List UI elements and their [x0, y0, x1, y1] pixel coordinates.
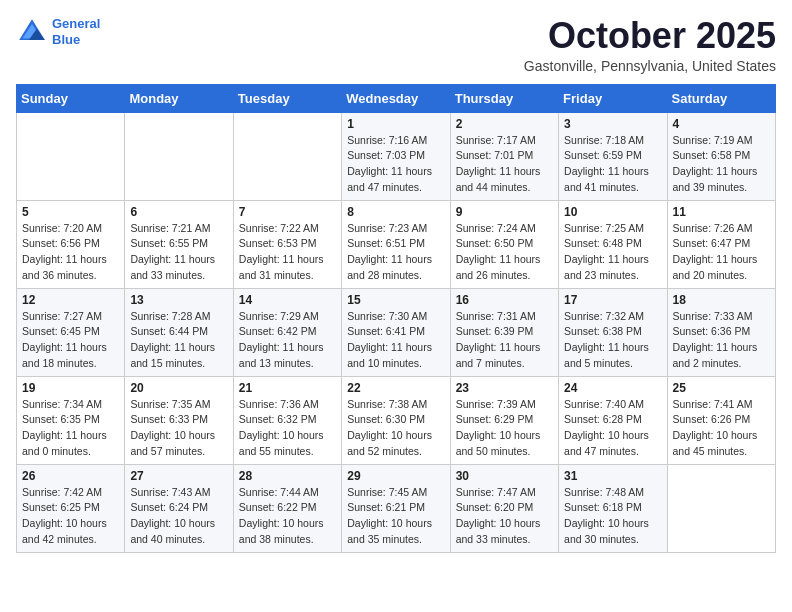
day-info: Sunrise: 7:23 AMSunset: 6:51 PMDaylight:… [347, 221, 444, 284]
calendar-cell-w1-d2 [233, 112, 341, 200]
calendar-cell-w2-d0: 5Sunrise: 7:20 AMSunset: 6:56 PMDaylight… [17, 200, 125, 288]
header-monday: Monday [125, 84, 233, 112]
header-saturday: Saturday [667, 84, 775, 112]
day-info: Sunrise: 7:26 AMSunset: 6:47 PMDaylight:… [673, 221, 770, 284]
day-number: 20 [130, 381, 227, 395]
day-number: 14 [239, 293, 336, 307]
day-number: 6 [130, 205, 227, 219]
day-number: 18 [673, 293, 770, 307]
day-info: Sunrise: 7:20 AMSunset: 6:56 PMDaylight:… [22, 221, 119, 284]
day-info: Sunrise: 7:34 AMSunset: 6:35 PMDaylight:… [22, 397, 119, 460]
logo-text: General Blue [52, 16, 100, 47]
day-info: Sunrise: 7:43 AMSunset: 6:24 PMDaylight:… [130, 485, 227, 548]
day-number: 5 [22, 205, 119, 219]
calendar-cell-w1-d6: 4Sunrise: 7:19 AMSunset: 6:58 PMDaylight… [667, 112, 775, 200]
calendar-cell-w4-d3: 22Sunrise: 7:38 AMSunset: 6:30 PMDayligh… [342, 376, 450, 464]
header-row: Sunday Monday Tuesday Wednesday Thursday… [17, 84, 776, 112]
day-number: 24 [564, 381, 661, 395]
calendar-cell-w3-d0: 12Sunrise: 7:27 AMSunset: 6:45 PMDayligh… [17, 288, 125, 376]
day-info: Sunrise: 7:32 AMSunset: 6:38 PMDaylight:… [564, 309, 661, 372]
day-info: Sunrise: 7:36 AMSunset: 6:32 PMDaylight:… [239, 397, 336, 460]
calendar-cell-w4-d6: 25Sunrise: 7:41 AMSunset: 6:26 PMDayligh… [667, 376, 775, 464]
logo-icon [16, 16, 48, 48]
calendar-cell-w4-d0: 19Sunrise: 7:34 AMSunset: 6:35 PMDayligh… [17, 376, 125, 464]
day-number: 23 [456, 381, 553, 395]
day-number: 17 [564, 293, 661, 307]
day-number: 3 [564, 117, 661, 131]
day-number: 30 [456, 469, 553, 483]
day-info: Sunrise: 7:45 AMSunset: 6:21 PMDaylight:… [347, 485, 444, 548]
day-info: Sunrise: 7:22 AMSunset: 6:53 PMDaylight:… [239, 221, 336, 284]
calendar-header: Sunday Monday Tuesday Wednesday Thursday… [17, 84, 776, 112]
day-info: Sunrise: 7:28 AMSunset: 6:44 PMDaylight:… [130, 309, 227, 372]
calendar-cell-w1-d4: 2Sunrise: 7:17 AMSunset: 7:01 PMDaylight… [450, 112, 558, 200]
day-number: 29 [347, 469, 444, 483]
header-wednesday: Wednesday [342, 84, 450, 112]
calendar-cell-w5-d3: 29Sunrise: 7:45 AMSunset: 6:21 PMDayligh… [342, 464, 450, 552]
logo-line2: Blue [52, 32, 80, 47]
day-number: 9 [456, 205, 553, 219]
calendar-week-3: 12Sunrise: 7:27 AMSunset: 6:45 PMDayligh… [17, 288, 776, 376]
day-number: 7 [239, 205, 336, 219]
calendar-cell-w4-d2: 21Sunrise: 7:36 AMSunset: 6:32 PMDayligh… [233, 376, 341, 464]
location: Gastonville, Pennsylvania, United States [524, 58, 776, 74]
logo-line1: General [52, 16, 100, 31]
calendar-week-5: 26Sunrise: 7:42 AMSunset: 6:25 PMDayligh… [17, 464, 776, 552]
calendar-body: 1Sunrise: 7:16 AMSunset: 7:03 PMDaylight… [17, 112, 776, 552]
day-number: 11 [673, 205, 770, 219]
day-number: 15 [347, 293, 444, 307]
day-info: Sunrise: 7:40 AMSunset: 6:28 PMDaylight:… [564, 397, 661, 460]
day-number: 13 [130, 293, 227, 307]
calendar-cell-w5-d2: 28Sunrise: 7:44 AMSunset: 6:22 PMDayligh… [233, 464, 341, 552]
day-info: Sunrise: 7:17 AMSunset: 7:01 PMDaylight:… [456, 133, 553, 196]
calendar-cell-w1-d5: 3Sunrise: 7:18 AMSunset: 6:59 PMDaylight… [559, 112, 667, 200]
calendar-cell-w5-d0: 26Sunrise: 7:42 AMSunset: 6:25 PMDayligh… [17, 464, 125, 552]
calendar-week-2: 5Sunrise: 7:20 AMSunset: 6:56 PMDaylight… [17, 200, 776, 288]
calendar-cell-w2-d3: 8Sunrise: 7:23 AMSunset: 6:51 PMDaylight… [342, 200, 450, 288]
day-info: Sunrise: 7:19 AMSunset: 6:58 PMDaylight:… [673, 133, 770, 196]
day-info: Sunrise: 7:16 AMSunset: 7:03 PMDaylight:… [347, 133, 444, 196]
calendar-week-4: 19Sunrise: 7:34 AMSunset: 6:35 PMDayligh… [17, 376, 776, 464]
day-info: Sunrise: 7:35 AMSunset: 6:33 PMDaylight:… [130, 397, 227, 460]
day-number: 10 [564, 205, 661, 219]
day-number: 31 [564, 469, 661, 483]
calendar-cell-w2-d1: 6Sunrise: 7:21 AMSunset: 6:55 PMDaylight… [125, 200, 233, 288]
calendar-cell-w4-d5: 24Sunrise: 7:40 AMSunset: 6:28 PMDayligh… [559, 376, 667, 464]
day-number: 16 [456, 293, 553, 307]
day-info: Sunrise: 7:38 AMSunset: 6:30 PMDaylight:… [347, 397, 444, 460]
day-number: 19 [22, 381, 119, 395]
day-number: 21 [239, 381, 336, 395]
calendar-cell-w2-d4: 9Sunrise: 7:24 AMSunset: 6:50 PMDaylight… [450, 200, 558, 288]
calendar-cell-w5-d1: 27Sunrise: 7:43 AMSunset: 6:24 PMDayligh… [125, 464, 233, 552]
calendar-cell-w1-d3: 1Sunrise: 7:16 AMSunset: 7:03 PMDaylight… [342, 112, 450, 200]
day-number: 12 [22, 293, 119, 307]
day-info: Sunrise: 7:39 AMSunset: 6:29 PMDaylight:… [456, 397, 553, 460]
calendar-cell-w4-d1: 20Sunrise: 7:35 AMSunset: 6:33 PMDayligh… [125, 376, 233, 464]
day-info: Sunrise: 7:27 AMSunset: 6:45 PMDaylight:… [22, 309, 119, 372]
calendar-week-1: 1Sunrise: 7:16 AMSunset: 7:03 PMDaylight… [17, 112, 776, 200]
day-number: 4 [673, 117, 770, 131]
day-number: 8 [347, 205, 444, 219]
day-number: 1 [347, 117, 444, 131]
day-number: 28 [239, 469, 336, 483]
day-info: Sunrise: 7:44 AMSunset: 6:22 PMDaylight:… [239, 485, 336, 548]
day-info: Sunrise: 7:33 AMSunset: 6:36 PMDaylight:… [673, 309, 770, 372]
calendar-cell-w2-d5: 10Sunrise: 7:25 AMSunset: 6:48 PMDayligh… [559, 200, 667, 288]
page-header: General Blue October 2025 Gastonville, P… [16, 16, 776, 74]
calendar-cell-w2-d2: 7Sunrise: 7:22 AMSunset: 6:53 PMDaylight… [233, 200, 341, 288]
calendar-cell-w3-d1: 13Sunrise: 7:28 AMSunset: 6:44 PMDayligh… [125, 288, 233, 376]
calendar-cell-w5-d5: 31Sunrise: 7:48 AMSunset: 6:18 PMDayligh… [559, 464, 667, 552]
logo: General Blue [16, 16, 100, 48]
calendar-cell-w1-d1 [125, 112, 233, 200]
day-info: Sunrise: 7:31 AMSunset: 6:39 PMDaylight:… [456, 309, 553, 372]
day-number: 25 [673, 381, 770, 395]
day-number: 27 [130, 469, 227, 483]
calendar-cell-w5-d6 [667, 464, 775, 552]
calendar-cell-w3-d5: 17Sunrise: 7:32 AMSunset: 6:38 PMDayligh… [559, 288, 667, 376]
day-info: Sunrise: 7:25 AMSunset: 6:48 PMDaylight:… [564, 221, 661, 284]
calendar-cell-w2-d6: 11Sunrise: 7:26 AMSunset: 6:47 PMDayligh… [667, 200, 775, 288]
day-info: Sunrise: 7:29 AMSunset: 6:42 PMDaylight:… [239, 309, 336, 372]
calendar-cell-w3-d2: 14Sunrise: 7:29 AMSunset: 6:42 PMDayligh… [233, 288, 341, 376]
calendar-cell-w1-d0 [17, 112, 125, 200]
header-friday: Friday [559, 84, 667, 112]
